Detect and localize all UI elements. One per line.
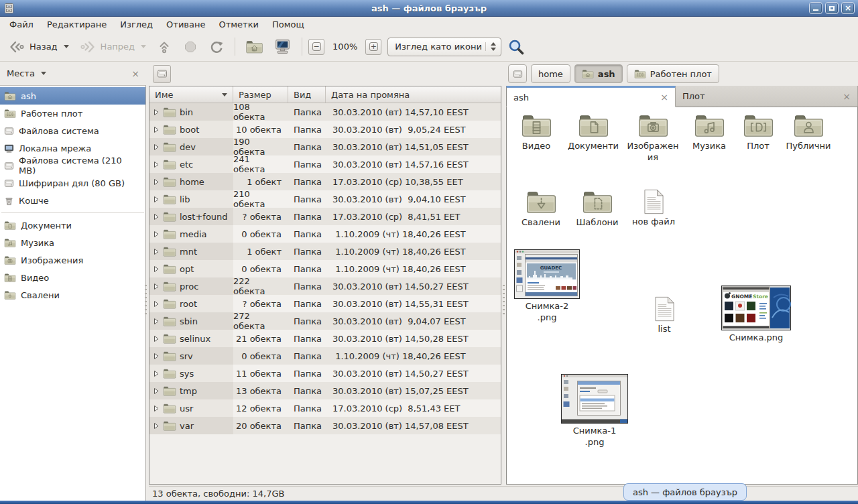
icon-snimka-2[interactable]: GUADEC Снимка-2.png (513, 249, 580, 324)
table-row-media[interactable]: media0 обектаПапка 1.10.2009 (чт) 18,40,… (149, 225, 501, 243)
zoom-out-button[interactable]: − (308, 39, 324, 55)
icon-snimka[interactable]: GNOME Store Снимка.png (719, 286, 794, 344)
back-history-dropdown-icon[interactable] (64, 45, 69, 48)
table-row-lost+found[interactable]: lost+found? обектаПапка17.03.2010 (ср) 8… (149, 208, 501, 225)
icon-canvas[interactable]: Видео Документи Изображения Музика Плот … (506, 107, 858, 485)
expander-icon[interactable] (153, 143, 160, 151)
column-header-name[interactable]: Име (149, 86, 233, 103)
breadcrumb-home[interactable]: home (531, 64, 570, 83)
table-row-var[interactable]: var20 обектаПапка30.03.2010 (вт) 14,57,0… (149, 417, 501, 434)
expander-icon[interactable] (153, 318, 160, 325)
close-button[interactable]: × (841, 2, 855, 14)
expander-icon[interactable] (153, 370, 160, 377)
column-header-type[interactable]: Вид (288, 86, 326, 103)
forward-button[interactable]: Напред (75, 37, 150, 57)
expander-icon[interactable] (153, 422, 160, 430)
zoom-in-button[interactable]: + (365, 39, 381, 55)
sidebar-item-pictures[interactable]: Изображения (0, 251, 145, 269)
menu-edit[interactable]: Редактиране (40, 18, 113, 31)
expander-icon[interactable] (153, 178, 160, 186)
icon-music[interactable]: Музика (684, 113, 735, 152)
sidebar-item-videos[interactable]: Видео (0, 269, 145, 286)
column-header-size[interactable]: Размер (233, 86, 288, 103)
expander-icon[interactable] (153, 231, 160, 238)
icon-pictures[interactable]: Изображения (625, 113, 681, 164)
reload-button[interactable] (204, 37, 229, 57)
breadcrumb-root[interactable] (508, 64, 527, 83)
sidebar-item-encrypted-80gb[interactable]: Шифриран дял (80 GB) (0, 174, 145, 192)
back-button[interactable]: Назад (4, 37, 73, 57)
icon-snimka-1[interactable]: Снимка-1.png (558, 374, 631, 448)
menu-bookmarks[interactable]: Отметки (212, 18, 265, 31)
icon-templates[interactable]: Шаблони (570, 189, 625, 229)
expander-icon[interactable] (153, 387, 160, 395)
search-button[interactable] (503, 36, 529, 58)
table-row-mnt[interactable]: mnt1 обектПапка 1.10.2009 (чт) 18,40,26 … (149, 243, 501, 260)
icon-documents[interactable]: Документи (564, 113, 622, 152)
sidebar-item-trash[interactable]: Кошче (0, 192, 145, 209)
sidebar-item-music[interactable]: Музика (0, 234, 145, 251)
home-button[interactable] (241, 38, 267, 56)
sidebar-item-filesystem[interactable]: Файлова система (0, 122, 145, 139)
table-row-selinux[interactable]: selinux21 обектаПапка30.03.2010 (вт) 14,… (149, 330, 501, 347)
menu-view[interactable]: Изглед (113, 18, 160, 31)
breadcrumb-desktop[interactable]: Работен плот (627, 64, 719, 83)
table-row-srv[interactable]: srv0 обектаПапка 1.10.2009 (чт) 18,40,26… (149, 347, 501, 365)
expander-icon[interactable] (153, 161, 160, 168)
computer-button[interactable] (269, 36, 296, 57)
icon-public[interactable]: Публични (780, 113, 837, 152)
tab-ash[interactable]: ash× (506, 86, 676, 107)
column-header-date[interactable]: Дата на промяна (326, 86, 501, 103)
expander-icon[interactable] (153, 300, 160, 308)
pane-splitter-grip[interactable] (503, 285, 505, 316)
menu-help[interactable]: Помощ (265, 18, 311, 31)
expander-icon[interactable] (153, 213, 160, 220)
icon-desktop[interactable]: Плот (737, 113, 779, 152)
tab-close-icon[interactable]: × (836, 91, 851, 102)
icon-videos[interactable]: Видео (511, 113, 562, 152)
maximize-button[interactable] (825, 2, 839, 14)
table-row-etc[interactable]: etc241 обектаПапка30.03.2010 (вт) 14,57,… (149, 155, 501, 173)
menu-file[interactable]: Файл (3, 18, 40, 31)
forward-history-dropdown-icon[interactable] (141, 45, 146, 48)
view-mode-select[interactable]: Изглед като икони (387, 38, 501, 56)
table-row-lib[interactable]: lib210 обектаПапка30.03.2010 (вт) 9,04,1… (149, 190, 501, 208)
table-row-sbin[interactable]: sbin272 обектаПапка30.03.2010 (вт) 9,04,… (149, 312, 501, 330)
table-row-proc[interactable]: proc222 обектаПапка30.03.2010 (вт) 14,50… (149, 277, 501, 295)
icon-downloads[interactable]: Свалени (515, 189, 567, 229)
table-row-boot[interactable]: boot10 обектаПапка30.03.2010 (вт) 9,05,2… (149, 121, 501, 138)
menu-go[interactable]: Отиване (160, 18, 212, 31)
expander-icon[interactable] (153, 126, 160, 133)
tab-plot[interactable]: Плот× (676, 86, 858, 107)
expander-icon[interactable] (153, 335, 160, 342)
expander-icon[interactable] (153, 353, 160, 360)
sidebar-resize-grip[interactable] (145, 285, 147, 316)
expander-icon[interactable] (153, 109, 160, 116)
minimize-button[interactable] (809, 2, 822, 14)
table-row-bin[interactable]: bin108 обектаПапка30.03.2010 (вт) 14,57,… (149, 103, 501, 121)
stop-button[interactable] (178, 37, 202, 57)
expander-icon[interactable] (153, 405, 160, 412)
sidebar-close-icon[interactable]: × (131, 68, 139, 79)
tab-close-icon[interactable]: × (654, 92, 668, 103)
table-row-usr[interactable]: usr12 обектаПапка17.03.2010 (ср) 8,51,43… (149, 399, 501, 417)
table-row-opt[interactable]: opt0 обектаПапка 1.10.2009 (чт) 18,40,26… (149, 260, 501, 277)
table-row-root[interactable]: root? обектаПапка30.03.2010 (вт) 14,55,3… (149, 295, 501, 312)
sidebar-item-filesystem-210mb[interactable]: Файлова система (210 MB) (0, 157, 145, 174)
sidebar-item-downloads[interactable]: Свалени (0, 286, 145, 304)
up-button[interactable] (152, 37, 176, 57)
expander-icon[interactable] (153, 283, 160, 290)
left-pane-root-button[interactable] (153, 65, 171, 83)
expander-icon[interactable] (153, 265, 160, 273)
sidebar-item-documents[interactable]: Документи (0, 216, 145, 234)
sidebar-title[interactable]: Места (7, 68, 35, 78)
sidebar-selector-dropdown-icon[interactable] (41, 72, 46, 75)
sidebar-item-home[interactable]: ash (0, 87, 145, 105)
sidebar-item-desktop[interactable]: Работен плот (0, 105, 145, 122)
sidebar-item-local-network[interactable]: Локална мрежа (0, 139, 145, 157)
breadcrumb-ash[interactable]: ash (574, 64, 623, 83)
table-row-home[interactable]: home1 обектПапка17.03.2010 (ср) 10,38,55… (149, 173, 501, 190)
icon-list[interactable]: list (641, 296, 688, 335)
table-row-tmp[interactable]: tmp13 обектаПапка30.03.2010 (вт) 15,07,2… (149, 382, 501, 399)
table-row-sys[interactable]: sys11 обектаПапка30.03.2010 (вт) 14,50,2… (149, 365, 501, 382)
